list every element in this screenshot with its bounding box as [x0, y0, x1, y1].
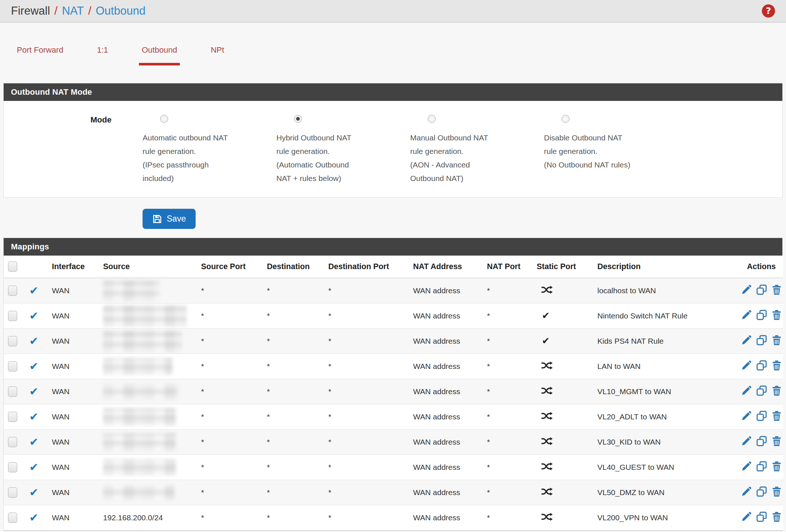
copy-rule-button[interactable]	[756, 310, 767, 322]
rule-enabled-icon[interactable]: ✔	[29, 385, 38, 398]
edit-rule-button[interactable]	[741, 335, 752, 347]
cell-source	[100, 429, 198, 454]
cell-source	[100, 328, 198, 354]
cell-interface: WAN	[49, 505, 100, 530]
rule-enabled-icon[interactable]: ✔	[29, 284, 38, 297]
delete-rule-button[interactable]	[772, 436, 782, 448]
delete-rule-button[interactable]	[772, 411, 782, 423]
rule-enabled-icon[interactable]: ✔	[29, 511, 38, 524]
cell-nat-port: *	[484, 303, 534, 328]
row-checkbox[interactable]	[8, 311, 17, 321]
copy-rule-button[interactable]	[756, 385, 767, 398]
rule-enabled-icon[interactable]: ✔	[29, 435, 38, 448]
copy-rule-button[interactable]	[756, 436, 767, 448]
delete-rule-button[interactable]	[772, 335, 782, 347]
edit-rule-button[interactable]	[741, 284, 752, 297]
cell-interface: WAN	[49, 354, 100, 379]
edit-rule-button[interactable]	[741, 436, 752, 448]
delete-rule-button[interactable]	[772, 512, 782, 524]
mode-option-automatic: Automatic outbound NAT rule generation. …	[143, 115, 276, 185]
copy-rule-button[interactable]	[756, 512, 767, 524]
cell-description: LAN to WAN	[594, 354, 736, 379]
breadcrumb-link-outbound[interactable]: Outbound	[96, 4, 146, 18]
row-checkbox[interactable]	[8, 412, 17, 422]
cell-nat-port: *	[484, 505, 534, 530]
rule-enabled-icon[interactable]: ✔	[29, 360, 38, 373]
cell-source	[100, 480, 198, 505]
rule-enabled-icon[interactable]: ✔	[29, 309, 38, 322]
rule-enabled-icon[interactable]: ✔	[29, 461, 38, 473]
delete-rule-button[interactable]	[772, 360, 782, 373]
row-checkbox[interactable]	[8, 437, 17, 447]
cell-static-port	[534, 354, 594, 379]
save-button[interactable]: Save	[143, 209, 196, 229]
radio-manual[interactable]	[428, 115, 436, 123]
cell-destination-port: *	[325, 480, 410, 505]
cell-interface: WAN	[49, 328, 100, 354]
copy-rule-button[interactable]	[756, 360, 767, 373]
tab-1to1[interactable]: 1:1	[94, 45, 111, 65]
row-checkbox[interactable]	[8, 336, 17, 346]
rule-enabled-icon[interactable]: ✔	[29, 410, 38, 423]
rule-enabled-icon[interactable]: ✔	[29, 486, 38, 499]
cell-actions	[736, 278, 783, 303]
delete-rule-button[interactable]	[772, 461, 782, 473]
radio-automatic[interactable]	[160, 115, 168, 123]
mappings-table: Interface Source Source Port Destination…	[4, 256, 783, 530]
cell-destination: *	[264, 328, 325, 354]
copy-rule-button[interactable]	[756, 335, 767, 347]
cell-source	[100, 404, 198, 429]
edit-rule-button[interactable]	[741, 486, 752, 499]
delete-rule-button[interactable]	[772, 486, 782, 499]
row-checkbox[interactable]	[8, 386, 17, 397]
row-checkbox[interactable]	[8, 286, 17, 296]
cell-destination: *	[264, 303, 325, 328]
copy-rule-button[interactable]	[756, 284, 767, 297]
copy-rule-button[interactable]	[756, 411, 767, 423]
table-row: ✔ WAN 192.168.200.0/24 * * * WAN address…	[4, 505, 783, 530]
cell-source-port: *	[198, 404, 264, 429]
edit-rule-button[interactable]	[741, 385, 752, 398]
cell-destination: *	[264, 354, 325, 379]
cell-destination: *	[264, 278, 325, 303]
table-row: ✔ WAN * * * WAN address * LAN	[4, 354, 783, 379]
breadcrumb: Firewall / NAT / Outbound	[11, 4, 146, 18]
help-icon[interactable]: ?	[762, 4, 775, 18]
select-all-checkbox[interactable]	[8, 261, 17, 272]
radio-hybrid[interactable]	[294, 115, 302, 123]
column-header-source-port: Source Port	[198, 256, 264, 278]
cell-static-port	[534, 404, 594, 429]
cell-source	[100, 278, 198, 303]
shuffle-icon	[541, 487, 553, 498]
row-checkbox[interactable]	[8, 513, 17, 523]
cell-interface: WAN	[49, 454, 100, 480]
delete-rule-button[interactable]	[772, 310, 782, 322]
redacted-source-block	[103, 305, 186, 327]
edit-rule-button[interactable]	[741, 461, 752, 473]
table-row: ✔ WAN * * * WAN address * ✔ Kids PS4 NAT…	[4, 328, 783, 354]
rule-enabled-icon[interactable]: ✔	[29, 335, 38, 347]
copy-rule-button[interactable]	[756, 486, 767, 499]
cell-source-port: *	[198, 303, 264, 328]
shuffle-icon	[541, 361, 553, 371]
edit-rule-button[interactable]	[741, 512, 752, 524]
row-checkbox[interactable]	[8, 361, 17, 371]
edit-rule-button[interactable]	[741, 310, 752, 322]
delete-rule-button[interactable]	[772, 385, 782, 398]
tab-outbound[interactable]: Outbound	[139, 45, 180, 65]
radio-disable[interactable]	[562, 115, 570, 123]
delete-rule-button[interactable]	[772, 284, 782, 297]
row-checkbox[interactable]	[8, 462, 17, 472]
cell-description: VL200_VPN to WAN	[594, 505, 736, 530]
row-checkbox[interactable]	[8, 487, 17, 498]
breadcrumb-link-nat[interactable]: NAT	[62, 4, 84, 18]
edit-rule-button[interactable]	[741, 411, 752, 423]
tab-port-forward[interactable]: Port Forward	[14, 45, 66, 65]
cell-source	[100, 379, 198, 404]
redacted-source-block	[103, 433, 176, 451]
copy-rule-button[interactable]	[756, 461, 767, 473]
edit-rule-button[interactable]	[741, 360, 752, 373]
tab-npt[interactable]: NPt	[208, 45, 227, 65]
cell-source-port: *	[198, 278, 264, 303]
redacted-source-block	[103, 408, 176, 426]
